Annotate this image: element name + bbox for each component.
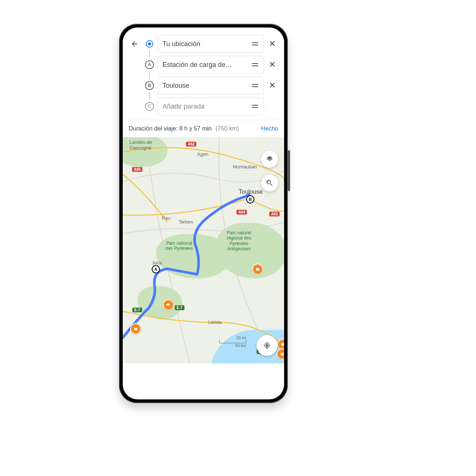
route-panel: Tu ubicación ✕ A Estación de carga de v… <box>123 28 284 120</box>
waypoint-letter: B <box>145 81 154 90</box>
park-label: Parc national des Pyrénées <box>165 241 193 251</box>
origin-dot-icon <box>146 40 153 48</box>
highway-shield: A64 <box>237 210 247 215</box>
stop-row-b: B Toulouse ✕ <box>127 75 280 96</box>
connector-line <box>149 92 150 100</box>
close-icon: ✕ <box>269 39 276 49</box>
map-label: Montauban <box>233 164 257 170</box>
remove-stop-button[interactable]: ✕ <box>265 57 280 72</box>
stop-label: Toulouse <box>163 82 189 90</box>
map-label: Pau <box>162 215 170 221</box>
map-label: Landes de Gascogne <box>129 139 152 151</box>
arrow-back-icon <box>131 40 139 48</box>
poi-camera-icon[interactable] <box>163 299 174 311</box>
add-stop-field[interactable]: Añadir parada <box>158 97 264 115</box>
screen: Tu ubicación ✕ A Estación de carga de v… <box>123 28 284 399</box>
back-button[interactable] <box>127 36 142 51</box>
waypoint-letter: C <box>145 102 154 111</box>
map-label: Toulouse <box>239 189 263 195</box>
route-marker-a[interactable]: A <box>152 265 160 273</box>
power-button <box>288 150 290 191</box>
layers-icon <box>266 155 274 163</box>
stop-node-c: C <box>142 102 157 111</box>
map-label: Tarbes <box>178 219 193 225</box>
map-roads <box>123 137 284 363</box>
highway-shield: A65 <box>132 167 142 172</box>
connector-line <box>149 51 150 57</box>
close-icon: ✕ <box>269 81 276 90</box>
search-icon <box>266 179 274 187</box>
close-icon: ✕ <box>269 60 276 70</box>
highway-shield: A62 <box>186 142 196 147</box>
highway-shield: A61 <box>269 212 280 216</box>
map-label: Jaca <box>152 260 162 266</box>
poi-shop-icon[interactable] <box>252 264 263 275</box>
drag-handle-icon[interactable] <box>251 42 259 45</box>
stop-label: Tu ubicación <box>163 40 200 48</box>
stop-label: Añadir parada <box>163 103 205 110</box>
drag-handle-icon[interactable] <box>251 84 259 87</box>
map-label: Agen <box>197 151 208 157</box>
drag-handle-icon[interactable] <box>251 63 259 66</box>
stop-label: Estación de carga de v… <box>163 61 233 69</box>
stop-node-origin <box>142 40 157 48</box>
route-marker-b[interactable]: B <box>246 195 254 203</box>
remove-stop-button[interactable]: ✕ <box>265 36 280 51</box>
park-label: Parc naturel régional des Pyrénées Ariég… <box>227 230 251 252</box>
trip-summary-bar: Duración del viaje: 8 h y 57 min (750 km… <box>123 120 284 137</box>
stop-row-add: C Añadir parada <box>127 96 280 117</box>
my-location-icon <box>263 341 271 350</box>
highway-shield: E-7 <box>132 308 142 312</box>
trip-duration: Duración del viaje: 8 h y 57 min (750 km… <box>129 125 239 132</box>
stop-field-origin[interactable]: Tu ubicación <box>158 35 264 53</box>
layers-button[interactable] <box>261 151 278 168</box>
my-location-button[interactable] <box>257 335 277 356</box>
connector-line <box>149 71 150 79</box>
stop-row-a: A Estación de carga de v… ✕ <box>127 54 280 75</box>
waypoint-letter: A <box>145 60 154 69</box>
phone-frame: Tu ubicación ✕ A Estación de carga de v… <box>119 24 288 403</box>
stop-field-b[interactable]: Toulouse <box>158 77 264 94</box>
highway-shield: E-7 <box>175 305 184 310</box>
stop-row-origin: Tu ubicación ✕ <box>127 33 280 54</box>
stop-node-a: A <box>142 60 157 69</box>
poi-shop-icon[interactable] <box>130 323 141 334</box>
stop-node-b: B <box>142 81 157 90</box>
map-search-button[interactable] <box>261 174 278 192</box>
done-button[interactable]: Hecho <box>261 125 278 132</box>
drag-handle-icon[interactable] <box>251 105 259 108</box>
map-scale: 20 mi 50 km <box>219 335 246 348</box>
map-label: Lérida <box>208 319 222 325</box>
stop-field-a[interactable]: Estación de carga de v… <box>158 56 264 74</box>
map-canvas[interactable]: A62 A65 A64 A61 E-7 E-7 E-90 Landes de G… <box>123 137 284 363</box>
remove-stop-button[interactable]: ✕ <box>265 78 280 93</box>
